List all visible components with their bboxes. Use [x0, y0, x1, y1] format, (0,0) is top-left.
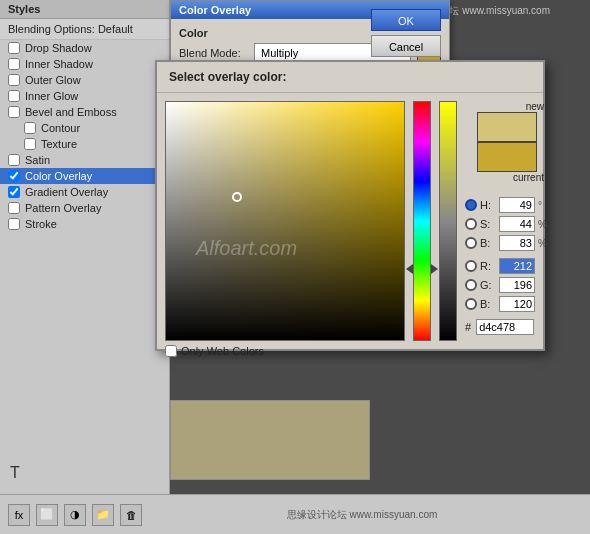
texture-label: Texture: [41, 138, 77, 150]
s-input[interactable]: [499, 216, 535, 232]
left-tools: T: [8, 462, 22, 484]
style-item-bevel-emboss[interactable]: Bevel and Emboss: [0, 104, 169, 120]
text-tool-icon[interactable]: T: [8, 462, 22, 484]
inner-shadow-checkbox[interactable]: [8, 58, 20, 70]
drop-shadow-checkbox[interactable]: [8, 42, 20, 54]
cancel-button[interactable]: Cancel: [371, 35, 441, 57]
swatch-container: new current: [465, 101, 548, 183]
alpha-bar-wrapper: [439, 101, 457, 341]
g-input[interactable]: [499, 277, 535, 293]
style-item-pattern-overlay[interactable]: Pattern Overlay: [0, 200, 169, 216]
stroke-checkbox[interactable]: [8, 218, 20, 230]
current-swatch-label: current: [513, 172, 548, 183]
b-radio[interactable]: [465, 237, 477, 249]
r-radio[interactable]: [465, 260, 477, 272]
bottom-watermark: 思缘设计论坛 www.missyuan.com: [142, 508, 582, 522]
picker-right-panel: new current H: ° S: %: [465, 101, 548, 341]
only-web-label: Only Web Colors: [181, 345, 264, 357]
g-label: G:: [480, 279, 496, 291]
gradient-overlay-checkbox[interactable]: [8, 186, 20, 198]
bl-input-row: B:: [465, 296, 548, 312]
drop-shadow-label: Drop Shadow: [25, 42, 92, 54]
delete-icon[interactable]: 🗑: [120, 504, 142, 526]
color-square-wrapper: Alfoart.com Only Web Colors: [165, 101, 405, 341]
style-item-satin[interactable]: Satin: [0, 152, 169, 168]
contour-label: Contour: [41, 122, 80, 134]
hex-label: #: [465, 321, 473, 333]
bl-label: B:: [480, 298, 496, 310]
bottom-bar: fx ⬜ ◑ 📁 🗑 思缘设计论坛 www.missyuan.com: [0, 494, 590, 534]
style-item-gradient-overlay[interactable]: Gradient Overlay: [0, 184, 169, 200]
ok-button[interactable]: OK: [371, 9, 441, 31]
r-input-row: R:: [465, 258, 548, 274]
color-gradient-square[interactable]: Alfoart.com: [165, 101, 405, 341]
bl-radio[interactable]: [465, 298, 477, 310]
g-radio[interactable]: [465, 279, 477, 291]
contour-checkbox[interactable]: [24, 122, 36, 134]
b-input[interactable]: [499, 235, 535, 251]
bottom-icons: fx ⬜ ◑ 📁 🗑: [8, 504, 142, 526]
outer-glow-checkbox[interactable]: [8, 74, 20, 86]
satin-checkbox[interactable]: [8, 154, 20, 166]
group-icon[interactable]: 📁: [92, 504, 114, 526]
mask-icon[interactable]: ⬜: [36, 504, 58, 526]
r-input[interactable]: [499, 258, 535, 274]
style-item-inner-shadow[interactable]: Inner Shadow: [0, 56, 169, 72]
canvas-area: [170, 400, 370, 480]
new-swatch-label: new: [526, 101, 548, 112]
s-unit: %: [538, 219, 548, 230]
g-input-row: G:: [465, 277, 548, 293]
only-web-checkbox[interactable]: [165, 345, 177, 357]
style-item-drop-shadow[interactable]: Drop Shadow: [0, 40, 169, 56]
blend-mode-label: Blend Mode:: [179, 47, 254, 59]
color-overlay-checkbox[interactable]: [8, 170, 20, 182]
bevel-emboss-label: Bevel and Emboss: [25, 106, 117, 118]
hex-row: #: [465, 319, 548, 335]
style-item-stroke[interactable]: Stroke: [0, 216, 169, 232]
style-item-inner-glow[interactable]: Inner Glow: [0, 88, 169, 104]
h-radio[interactable]: [465, 199, 477, 211]
hue-bar[interactable]: [413, 101, 431, 341]
pattern-overlay-checkbox[interactable]: [8, 202, 20, 214]
b-unit: %: [538, 238, 548, 249]
stroke-label: Stroke: [25, 218, 57, 230]
adjustment-icon[interactable]: ◑: [64, 504, 86, 526]
hex-input[interactable]: [476, 319, 534, 335]
pattern-overlay-label: Pattern Overlay: [25, 202, 101, 214]
style-item-outer-glow[interactable]: Outer Glow: [0, 72, 169, 88]
style-item-color-overlay[interactable]: Color Overlay: [0, 168, 169, 184]
s-radio[interactable]: [465, 218, 477, 230]
h-input[interactable]: [499, 197, 535, 213]
only-web-row: Only Web Colors: [165, 341, 405, 357]
color-picker-dialog: Select overlay color: Alfoart.com Only W…: [155, 60, 545, 351]
alpha-bar[interactable]: [439, 101, 457, 341]
color-inputs: H: ° S: % B: %: [465, 197, 548, 335]
satin-label: Satin: [25, 154, 50, 166]
s-label: S:: [480, 218, 496, 230]
hue-arrow-left: [431, 264, 438, 274]
bl-input[interactable]: [499, 296, 535, 312]
texture-checkbox[interactable]: [24, 138, 36, 150]
style-item-texture[interactable]: Texture: [0, 136, 169, 152]
fx-icon[interactable]: fx: [8, 504, 30, 526]
bevel-emboss-checkbox[interactable]: [8, 106, 20, 118]
h-input-row: H: °: [465, 197, 548, 213]
blending-options-label: Blending Options: Default: [0, 19, 169, 40]
hue-bar-wrapper: [413, 101, 431, 341]
hue-arrow-right: [406, 264, 413, 274]
inner-glow-checkbox[interactable]: [8, 90, 20, 102]
style-item-contour[interactable]: Contour: [0, 120, 169, 136]
b-label: B:: [480, 237, 496, 249]
outer-glow-label: Outer Glow: [25, 74, 81, 86]
color-overlay-label: Color Overlay: [25, 170, 92, 182]
cs-dark-overlay: [166, 102, 404, 340]
inner-shadow-label: Inner Shadow: [25, 58, 93, 70]
current-color-swatch[interactable]: [477, 142, 537, 172]
h-unit: °: [538, 200, 548, 211]
r-label: R:: [480, 260, 496, 272]
panel-title: Styles: [0, 0, 169, 19]
gradient-overlay-label: Gradient Overlay: [25, 186, 108, 198]
picker-title: Select overlay color:: [157, 62, 543, 93]
styles-panel: Styles Blending Options: Default Drop Sh…: [0, 0, 170, 534]
new-color-swatch[interactable]: [477, 112, 537, 142]
